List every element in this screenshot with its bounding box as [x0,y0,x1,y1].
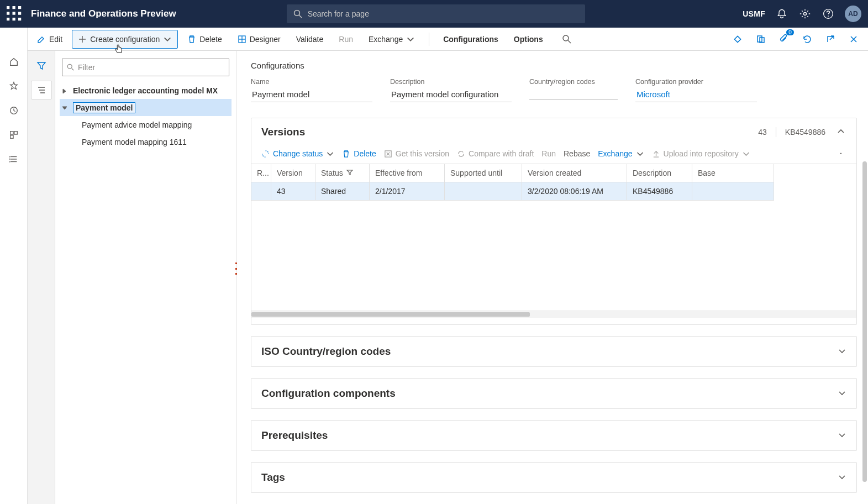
global-search[interactable] [287,4,585,23]
upload-icon [652,150,660,158]
tree-filter-input[interactable] [78,63,224,72]
svg-rect-31 [14,132,17,134]
chevron-down-icon [838,389,846,399]
modules-icon[interactable] [7,153,20,166]
h-scrollbar-track[interactable] [251,311,856,318]
designer-button[interactable]: Designer [232,30,287,49]
field-value[interactable]: Payment model [251,88,372,102]
svg-rect-7 [13,18,15,20]
v-scrollbar-thumb[interactable] [862,161,867,482]
validate-button[interactable]: Validate [290,30,330,49]
components-header[interactable]: Configuration components [251,379,856,408]
rebase-button[interactable]: Rebase [564,149,590,158]
diamond-icon[interactable] [729,30,746,48]
upload-label: Upload into repository [664,149,739,158]
rebase-label: Rebase [564,149,590,158]
star-icon[interactable] [7,80,20,93]
versions-header[interactable]: Versions 43 KB4549886 [251,118,856,146]
chevron-down-icon [742,150,750,158]
tree-rail [28,51,55,504]
chevron-down-icon [838,347,846,357]
prereq-header[interactable]: Prerequisites [251,421,856,450]
caret-right-icon[interactable] [62,87,70,95]
col-header-created[interactable]: Version created [522,164,627,182]
company-picker[interactable]: USMF [743,9,765,18]
col-header-effective[interactable]: Effective from [370,164,445,182]
iso-header[interactable]: ISO Country/region codes [251,337,856,366]
tree-row[interactable]: Payment model mapping 1611 [60,133,232,150]
header-right: USMF AD [743,6,861,22]
attachments-icon[interactable]: 0 [775,30,793,48]
filter-icon[interactable] [346,169,353,177]
field-value[interactable]: Payment model configuration [390,88,512,102]
cell-base [692,182,774,201]
close-icon[interactable] [845,30,862,48]
tags-header[interactable]: Tags [251,463,856,492]
create-config-label: Create configuration [90,35,160,44]
separator [429,33,429,46]
options-tab[interactable]: Options [508,30,549,49]
field-value-link[interactable]: Microsoft [635,88,757,102]
caret-down-icon[interactable] [62,104,70,112]
field-label: Configuration provider [635,78,757,86]
tree-row[interactable]: Payment model [60,99,232,116]
designer-icon [238,35,246,44]
popout-icon[interactable] [822,30,839,48]
col-header-r[interactable]: R... [251,164,271,182]
cell-effective: 2/1/2017 [370,182,445,201]
gear-icon[interactable] [798,7,812,20]
delete-label: Delete [199,35,222,44]
change-status-button[interactable]: Change status [261,149,334,158]
search-input[interactable] [308,9,578,18]
iso-title: ISO Country/region codes [261,345,838,358]
table-row[interactable]: 43 Shared 2/1/2017 3/2/2020 08:06:19 AM … [251,182,856,201]
cell-r [251,182,271,201]
main-content: Configurations Name Payment model Descri… [236,51,868,504]
bell-icon[interactable] [775,7,788,20]
tree-row[interactable]: Electronic ledger accounting model MX [60,82,232,99]
create-configuration-button[interactable]: Create configuration [72,30,178,49]
trash-icon [342,150,350,158]
svg-point-36 [9,156,10,158]
filter-icon[interactable] [31,56,52,75]
col-header-supported[interactable]: Supported until [445,164,522,182]
svg-rect-2 [18,6,21,9]
field-provider: Configuration provider Microsoft [635,78,757,102]
help-icon[interactable] [822,7,835,20]
delete-button[interactable]: Delete [181,30,228,49]
version-exchange-button[interactable]: Exchange [598,149,644,158]
exchange-button[interactable]: Exchange [362,30,421,49]
compare-label: Compare with draft [469,149,534,158]
command-bar: Edit Create configuration Delete Designe… [0,28,868,51]
workspace-icon[interactable] [7,128,20,141]
waffle-icon[interactable] [7,6,22,22]
col-header-description[interactable]: Description [627,164,692,182]
refresh-icon[interactable] [798,30,816,48]
svg-rect-32 [10,135,13,138]
tree-row[interactable]: Payment advice model mapping [60,116,232,133]
edit-button[interactable]: Edit [31,30,69,49]
svg-point-11 [804,13,807,15]
version-run-label: Run [541,149,556,158]
chevron-up-icon[interactable] [837,127,846,137]
configurations-tab[interactable]: Configurations [437,30,504,49]
components-title: Configuration components [261,387,838,400]
col-header-version[interactable]: Version [271,164,315,182]
home-icon[interactable] [7,55,20,69]
svg-point-38 [9,161,10,162]
col-header-status[interactable]: Status [315,164,370,182]
recent-icon[interactable] [7,104,20,117]
chevron-down-icon [636,150,644,158]
version-delete-button[interactable]: Delete [342,149,376,158]
col-header-base[interactable]: Base [692,164,774,182]
tree-view-icon[interactable] [31,81,52,99]
find-icon[interactable] [558,30,576,48]
more-icon[interactable]: · [837,149,846,158]
tree-filter[interactable] [62,59,229,76]
h-scrollbar-thumb[interactable] [251,312,530,317]
field-value[interactable] [529,88,618,100]
compare-icon [457,150,465,158]
table-empty-space [251,201,856,311]
avatar[interactable]: AD [845,6,861,22]
open-new-icon[interactable] [752,30,770,48]
